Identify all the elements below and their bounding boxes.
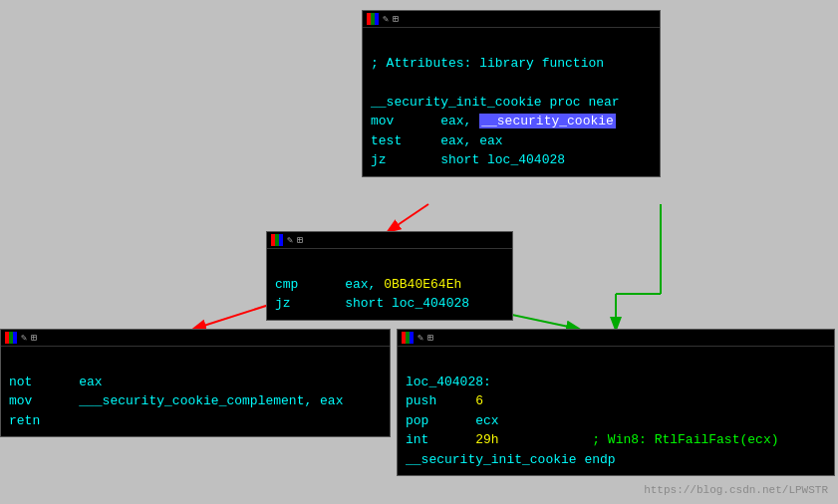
title-icon-edit2: ✎ [287, 234, 293, 246]
bottom-right-code: loc_404028: push 6 pop ecx int 29h ; Win… [398, 347, 834, 475]
bottom-right-window: ✎ ⊞ loc_404028: push 6 pop ecx int 29h ;… [397, 329, 835, 476]
middle-window: ✎ ⊞ cmp eax, 0BB40E64Eh jz short loc_404… [266, 231, 513, 321]
proc-end: __security_init_cookie endp [406, 452, 616, 467]
top-window: ✎ ⊞ ; Attributes: library function __sec… [362, 10, 661, 177]
title-icon-nav: ⊞ [393, 13, 399, 25]
title-icon-nav3: ⊞ [31, 332, 37, 344]
title-icon-edit: ✎ [383, 13, 389, 25]
top-window-code: ; Attributes: library function __securit… [363, 28, 660, 176]
middle-window-code: cmp eax, 0BB40E64Eh jz short loc_404028 [267, 249, 512, 320]
instr-retn: retn [9, 413, 40, 428]
instr-pop: pop ecx [406, 413, 499, 428]
svg-line-0 [389, 204, 428, 231]
instr-int: int 29h ; Win8: RtlFailFast(ecx) [406, 432, 778, 447]
title-icon-color2 [271, 234, 283, 246]
instr-jz2: jz short loc_404028 [275, 296, 469, 311]
title-icon-nav4: ⊞ [427, 332, 433, 344]
bottom-left-window: ✎ ⊞ not eax mov ___security_cookie_compl… [0, 329, 391, 437]
instr-mov: mov eax, __security_cookie [371, 114, 616, 128]
title-icon-nav2: ⊞ [297, 234, 303, 246]
instr-jz: jz short loc_404028 [371, 152, 565, 167]
instr-push: push 6 [406, 393, 483, 408]
title-icon-edit4: ✎ [418, 332, 423, 344]
title-icon-color4 [402, 332, 414, 344]
middle-window-titlebar: ✎ ⊞ [267, 232, 512, 249]
watermark: https://blog.csdn.net/LPWSTR [644, 484, 828, 496]
instr-cmp: cmp eax, 0BB40E64Eh [275, 277, 461, 292]
title-icon-edit3: ✎ [21, 332, 27, 344]
top-window-titlebar: ✎ ⊞ [363, 11, 660, 28]
instr-mov2: mov ___security_cookie_complement, eax [9, 393, 343, 408]
label-loc: loc_404028: [406, 375, 491, 389]
instr-test: test eax, eax [371, 133, 503, 148]
bottom-left-code: not eax mov ___security_cookie_complemen… [1, 347, 390, 436]
bottom-right-titlebar: ✎ ⊞ [398, 330, 834, 347]
comment-line: ; Attributes: library function [371, 56, 604, 71]
proc-line: __security_init_cookie proc near [371, 95, 620, 110]
title-icon-color [367, 13, 379, 25]
bottom-left-titlebar: ✎ ⊞ [1, 330, 390, 347]
title-icon-color3 [5, 332, 17, 344]
instr-not: not eax [9, 375, 103, 389]
